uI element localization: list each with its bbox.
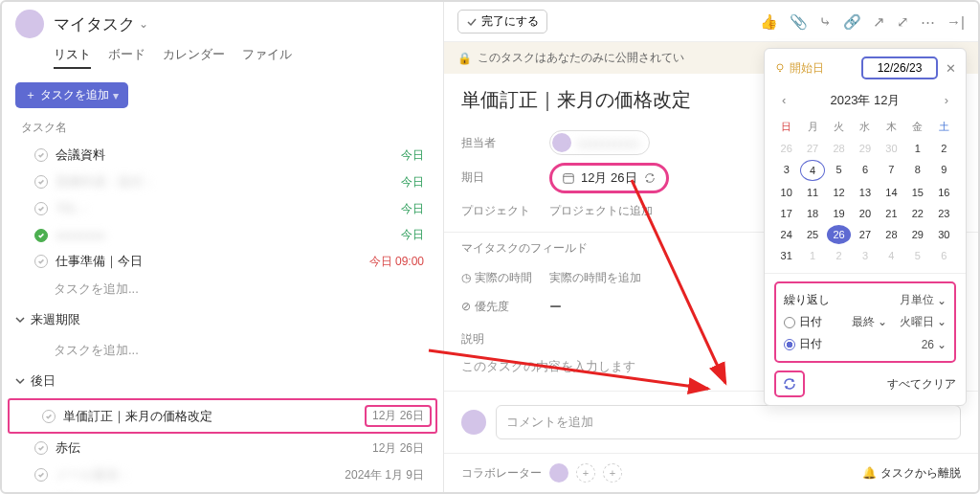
calendar-day[interactable]: 9 (932, 160, 956, 181)
task-row[interactable]: TEL：今日 (2, 195, 443, 222)
calendar-day[interactable]: 12 (827, 183, 851, 202)
calendar-day[interactable]: 26 (827, 225, 851, 244)
calendar-day[interactable]: 5 (905, 246, 929, 265)
task-check-icon[interactable] (42, 410, 56, 423)
clear-date-icon[interactable]: ✕ (946, 61, 956, 76)
tab-calendar[interactable]: カレンダー (163, 42, 225, 69)
calendar-day[interactable]: 17 (774, 204, 798, 223)
assignee-pill[interactable]: xxxxxxxxxx (549, 130, 650, 155)
calendar-day[interactable]: 29 (905, 225, 929, 244)
calendar-day[interactable]: 24 (774, 225, 798, 244)
calendar-day[interactable]: 27 (800, 139, 824, 158)
calendar-day[interactable]: 8 (905, 160, 929, 181)
task-row[interactable]: 見積作成・送付：今日 (2, 168, 443, 195)
task-row[interactable]: メール返信：2024年 1月 9日 (2, 461, 443, 488)
calendar-day[interactable]: 13 (853, 183, 877, 202)
tab-board[interactable]: ボード (108, 42, 145, 69)
calendar-day[interactable]: 21 (880, 204, 903, 223)
calendar-day[interactable]: 5 (827, 160, 851, 181)
calendar-day[interactable]: 16 (932, 183, 956, 202)
repeat-option-day-of-month[interactable]: 日付 (784, 336, 822, 352)
date-input[interactable] (861, 56, 938, 79)
calendar-day[interactable]: 6 (932, 246, 956, 265)
close-panel-icon[interactable]: →| (947, 13, 965, 30)
calendar-day[interactable]: 14 (880, 183, 903, 202)
next-month-button[interactable]: › (939, 91, 954, 109)
link-icon[interactable]: 🔗 (843, 13, 861, 31)
add-collaborator-button[interactable]: + (603, 463, 622, 483)
expand-icon[interactable]: ⤢ (897, 13, 909, 31)
task-row[interactable]: 単価訂正｜来月の価格改定12月 26日 (8, 398, 437, 434)
repeat-frequency-select[interactable]: 月単位 ⌄ (900, 292, 947, 308)
calendar-day[interactable]: 11 (800, 183, 824, 202)
calendar-day[interactable]: 4 (880, 246, 903, 265)
calendar-day[interactable]: 28 (880, 225, 903, 244)
calendar-day[interactable]: 22 (905, 204, 929, 223)
calendar-day[interactable]: 15 (905, 183, 929, 202)
add-task-button[interactable]: ＋ タスクを追加 ▾ (15, 82, 128, 108)
task-name: 見積作成・送付： (56, 173, 401, 191)
tab-files[interactable]: ファイル (242, 42, 292, 69)
task-check-icon[interactable] (34, 468, 48, 482)
clear-all-link[interactable]: すべてクリア (887, 376, 956, 393)
calendar-dow: 金 (905, 117, 929, 137)
calendar-day[interactable]: 7 (880, 160, 903, 181)
task-check-icon[interactable] (34, 255, 48, 268)
section-next-week[interactable]: 来週期限 (2, 303, 443, 336)
calendar-day[interactable]: 23 (932, 204, 956, 223)
add-task-inline[interactable]: タスクを追加... (2, 336, 443, 365)
task-check-icon[interactable] (34, 441, 48, 455)
share-icon[interactable]: ↗ (873, 13, 885, 31)
calendar-day[interactable]: 6 (853, 160, 877, 181)
calendar-day[interactable]: 27 (853, 225, 877, 244)
calendar-day[interactable]: 20 (853, 204, 877, 223)
repeat-day-select[interactable]: 26 ⌄ (922, 338, 947, 351)
calendar-day[interactable]: 4 (800, 160, 824, 181)
add-collaborator-button[interactable]: + (576, 463, 595, 483)
calendar-day[interactable]: 18 (800, 204, 824, 223)
calendar-day[interactable]: 1 (905, 139, 929, 158)
task-row[interactable]: xxxxxxxx今日 (2, 222, 443, 248)
add-task-inline[interactable]: タスクを追加... (2, 275, 443, 303)
calendar-day[interactable]: 3 (774, 160, 798, 181)
chevron-down-icon[interactable]: ⌄ (139, 17, 148, 31)
task-check-icon[interactable] (34, 229, 48, 242)
like-icon[interactable]: 👍 (760, 13, 778, 31)
task-row[interactable]: 会議資料今日 (2, 142, 443, 168)
calendar-day[interactable]: 2 (932, 139, 956, 158)
calendar-day[interactable]: 30 (880, 139, 903, 158)
task-check-icon[interactable] (34, 202, 48, 215)
calendar-day[interactable]: 2 (827, 246, 851, 265)
repeat-weekday-select[interactable]: 火曜日 ⌄ (900, 314, 947, 330)
leave-task-link[interactable]: 🔔タスクから離脱 (862, 465, 961, 482)
calendar-day[interactable]: 30 (932, 225, 956, 244)
calendar-day[interactable]: 1 (800, 246, 824, 265)
section-later[interactable]: 後日 (2, 365, 443, 397)
repeat-option-day-of-week[interactable]: 日付 (784, 314, 822, 330)
calendar-day[interactable]: 19 (827, 204, 851, 223)
repeat-toggle-button[interactable] (774, 370, 805, 397)
calendar-day[interactable]: 31 (774, 246, 798, 265)
subtask-icon[interactable]: ⤷ (819, 13, 832, 31)
more-icon[interactable]: ⋯ (921, 13, 935, 31)
task-check-icon[interactable] (34, 148, 48, 162)
task-row[interactable]: 赤伝12月 26日 (2, 435, 443, 461)
due-date-pill[interactable]: 12月 26日 (549, 163, 669, 193)
repeat-ordinal-select[interactable]: 最終 ⌄ (852, 314, 887, 330)
prev-month-button[interactable]: ‹ (776, 91, 791, 109)
complete-button[interactable]: 完了にする (457, 10, 547, 34)
collaborator-avatar[interactable] (549, 463, 568, 483)
tab-list[interactable]: リスト (54, 42, 91, 69)
calendar-day[interactable]: 3 (853, 246, 877, 265)
task-row[interactable]: TEL：2024年 1月 9日 (2, 488, 443, 492)
calendar-day[interactable]: 10 (774, 183, 798, 202)
calendar-day[interactable]: 28 (827, 139, 851, 158)
attachment-icon[interactable]: 📎 (790, 13, 808, 31)
comment-input[interactable]: コメントを追加 (496, 405, 961, 439)
task-check-icon[interactable] (34, 175, 48, 189)
calendar-day[interactable]: 25 (800, 225, 824, 244)
start-date-label[interactable]: 開始日 (774, 60, 854, 77)
calendar-day[interactable]: 29 (853, 139, 877, 158)
calendar-day[interactable]: 26 (774, 139, 798, 158)
task-row[interactable]: 仕事準備｜今日今日 09:00 (2, 248, 443, 275)
